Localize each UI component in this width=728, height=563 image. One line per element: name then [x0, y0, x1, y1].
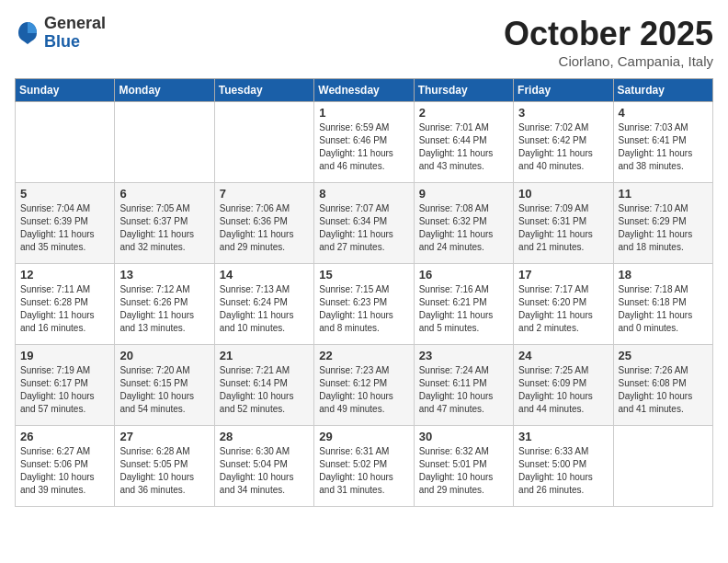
calendar-cell: 11Sunrise: 7:10 AM Sunset: 6:29 PM Dayli…	[613, 183, 712, 264]
calendar-cell: 12Sunrise: 7:11 AM Sunset: 6:28 PM Dayli…	[16, 264, 115, 345]
calendar-cell: 29Sunrise: 6:31 AM Sunset: 5:02 PM Dayli…	[314, 426, 414, 507]
day-detail: Sunrise: 6:32 AM Sunset: 5:01 PM Dayligh…	[419, 445, 508, 497]
calendar-cell	[115, 102, 214, 183]
day-detail: Sunrise: 7:11 AM Sunset: 6:28 PM Dayligh…	[20, 283, 109, 335]
day-number: 3	[518, 106, 608, 120]
calendar-cell: 26Sunrise: 6:27 AM Sunset: 5:06 PM Dayli…	[16, 426, 115, 507]
col-header-thursday: Thursday	[414, 79, 513, 102]
logo: General Blue	[15, 15, 106, 52]
day-number: 23	[419, 349, 508, 362]
day-detail: Sunrise: 7:10 AM Sunset: 6:29 PM Dayligh…	[619, 202, 708, 254]
col-header-sunday: Sunday	[16, 79, 115, 102]
day-number: 22	[319, 349, 408, 362]
day-number: 9	[419, 187, 508, 201]
col-header-wednesday: Wednesday	[314, 79, 414, 102]
calendar-cell: 5Sunrise: 7:04 AM Sunset: 6:39 PM Daylig…	[16, 183, 115, 264]
day-detail: Sunrise: 7:05 AM Sunset: 6:37 PM Dayligh…	[119, 202, 209, 254]
day-detail: Sunrise: 7:17 AM Sunset: 6:20 PM Dayligh…	[518, 283, 608, 335]
day-number: 4	[619, 106, 708, 120]
calendar-cell: 9Sunrise: 7:08 AM Sunset: 6:32 PM Daylig…	[414, 183, 513, 264]
calendar-cell: 25Sunrise: 7:26 AM Sunset: 6:08 PM Dayli…	[613, 345, 712, 426]
day-detail: Sunrise: 6:33 AM Sunset: 5:00 PM Dayligh…	[518, 445, 608, 497]
calendar-cell: 27Sunrise: 6:28 AM Sunset: 5:05 PM Dayli…	[115, 426, 214, 507]
day-number: 11	[619, 187, 708, 201]
month-title: October 2025	[504, 15, 713, 53]
day-number: 19	[20, 349, 109, 362]
calendar-cell: 30Sunrise: 6:32 AM Sunset: 5:01 PM Dayli…	[414, 426, 513, 507]
day-number: 20	[119, 349, 209, 362]
day-detail: Sunrise: 7:02 AM Sunset: 6:42 PM Dayligh…	[518, 121, 608, 173]
calendar-cell: 3Sunrise: 7:02 AM Sunset: 6:42 PM Daylig…	[514, 102, 613, 183]
col-header-monday: Monday	[115, 79, 214, 102]
col-header-friday: Friday	[514, 79, 613, 102]
day-number: 31	[518, 430, 608, 443]
day-detail: Sunrise: 7:06 AM Sunset: 6:36 PM Dayligh…	[220, 202, 309, 254]
day-number: 25	[619, 349, 708, 362]
day-detail: Sunrise: 6:31 AM Sunset: 5:02 PM Dayligh…	[319, 445, 408, 497]
calendar-cell: 2Sunrise: 7:01 AM Sunset: 6:44 PM Daylig…	[414, 102, 513, 183]
calendar-cell: 18Sunrise: 7:18 AM Sunset: 6:18 PM Dayli…	[613, 264, 712, 345]
day-number: 12	[20, 268, 109, 282]
day-detail: Sunrise: 6:59 AM Sunset: 6:46 PM Dayligh…	[319, 121, 408, 173]
calendar-week-2: 5Sunrise: 7:04 AM Sunset: 6:39 PM Daylig…	[16, 183, 713, 264]
day-detail: Sunrise: 7:13 AM Sunset: 6:24 PM Dayligh…	[220, 283, 309, 335]
calendar-cell: 16Sunrise: 7:16 AM Sunset: 6:21 PM Dayli…	[414, 264, 513, 345]
calendar-cell: 19Sunrise: 7:19 AM Sunset: 6:17 PM Dayli…	[16, 345, 115, 426]
col-header-saturday: Saturday	[613, 79, 712, 102]
day-number: 17	[518, 268, 608, 282]
calendar-cell: 31Sunrise: 6:33 AM Sunset: 5:00 PM Dayli…	[514, 426, 613, 507]
day-number: 6	[119, 187, 209, 201]
day-number: 7	[220, 187, 309, 201]
page-header: General Blue October 2025 Ciorlano, Camp…	[15, 15, 713, 69]
calendar-cell	[613, 426, 712, 507]
day-number: 1	[319, 106, 408, 120]
day-detail: Sunrise: 7:09 AM Sunset: 6:31 PM Dayligh…	[518, 202, 608, 254]
day-detail: Sunrise: 7:18 AM Sunset: 6:18 PM Dayligh…	[619, 283, 708, 335]
calendar-cell	[214, 102, 313, 183]
day-number: 24	[518, 349, 608, 362]
day-number: 27	[119, 430, 209, 443]
day-detail: Sunrise: 7:03 AM Sunset: 6:41 PM Dayligh…	[619, 121, 708, 173]
calendar-header: SundayMondayTuesdayWednesdayThursdayFrid…	[16, 79, 713, 102]
calendar-week-4: 19Sunrise: 7:19 AM Sunset: 6:17 PM Dayli…	[16, 345, 713, 426]
day-detail: Sunrise: 7:21 AM Sunset: 6:14 PM Dayligh…	[220, 364, 309, 416]
calendar-cell: 23Sunrise: 7:24 AM Sunset: 6:11 PM Dayli…	[414, 345, 513, 426]
day-detail: Sunrise: 7:26 AM Sunset: 6:08 PM Dayligh…	[619, 364, 708, 416]
day-number: 28	[220, 430, 309, 443]
location: Ciorlano, Campania, Italy	[504, 53, 713, 69]
calendar-cell: 13Sunrise: 7:12 AM Sunset: 6:26 PM Dayli…	[115, 264, 214, 345]
day-number: 26	[20, 430, 109, 443]
calendar-cell: 1Sunrise: 6:59 AM Sunset: 6:46 PM Daylig…	[314, 102, 414, 183]
day-detail: Sunrise: 6:28 AM Sunset: 5:05 PM Dayligh…	[119, 445, 209, 497]
day-detail: Sunrise: 6:30 AM Sunset: 5:04 PM Dayligh…	[220, 445, 309, 497]
col-header-tuesday: Tuesday	[214, 79, 313, 102]
calendar-cell: 22Sunrise: 7:23 AM Sunset: 6:12 PM Dayli…	[314, 345, 414, 426]
day-number: 14	[220, 268, 309, 282]
day-number: 18	[619, 268, 708, 282]
calendar-cell: 4Sunrise: 7:03 AM Sunset: 6:41 PM Daylig…	[613, 102, 712, 183]
calendar-week-3: 12Sunrise: 7:11 AM Sunset: 6:28 PM Dayli…	[16, 264, 713, 345]
day-number: 16	[419, 268, 508, 282]
day-number: 10	[518, 187, 608, 201]
logo-general-text: General	[44, 15, 106, 33]
calendar-cell: 6Sunrise: 7:05 AM Sunset: 6:37 PM Daylig…	[115, 183, 214, 264]
day-number: 5	[20, 187, 109, 201]
day-detail: Sunrise: 7:08 AM Sunset: 6:32 PM Dayligh…	[419, 202, 508, 254]
calendar-cell: 15Sunrise: 7:15 AM Sunset: 6:23 PM Dayli…	[314, 264, 414, 345]
day-number: 29	[319, 430, 408, 443]
calendar-cell: 8Sunrise: 7:07 AM Sunset: 6:34 PM Daylig…	[314, 183, 414, 264]
day-detail: Sunrise: 7:01 AM Sunset: 6:44 PM Dayligh…	[419, 121, 508, 173]
calendar-cell	[16, 102, 115, 183]
calendar-week-1: 1Sunrise: 6:59 AM Sunset: 6:46 PM Daylig…	[16, 102, 713, 183]
day-detail: Sunrise: 7:20 AM Sunset: 6:15 PM Dayligh…	[119, 364, 209, 416]
calendar-cell: 28Sunrise: 6:30 AM Sunset: 5:04 PM Dayli…	[214, 426, 313, 507]
calendar-cell: 17Sunrise: 7:17 AM Sunset: 6:20 PM Dayli…	[514, 264, 613, 345]
calendar-table: SundayMondayTuesdayWednesdayThursdayFrid…	[15, 78, 713, 507]
calendar-cell: 10Sunrise: 7:09 AM Sunset: 6:31 PM Dayli…	[514, 183, 613, 264]
calendar-cell: 21Sunrise: 7:21 AM Sunset: 6:14 PM Dayli…	[214, 345, 313, 426]
day-detail: Sunrise: 7:19 AM Sunset: 6:17 PM Dayligh…	[20, 364, 109, 416]
day-detail: Sunrise: 7:07 AM Sunset: 6:34 PM Dayligh…	[319, 202, 408, 254]
calendar-cell: 14Sunrise: 7:13 AM Sunset: 6:24 PM Dayli…	[214, 264, 313, 345]
day-detail: Sunrise: 7:24 AM Sunset: 6:11 PM Dayligh…	[419, 364, 508, 416]
day-detail: Sunrise: 7:12 AM Sunset: 6:26 PM Dayligh…	[119, 283, 209, 335]
